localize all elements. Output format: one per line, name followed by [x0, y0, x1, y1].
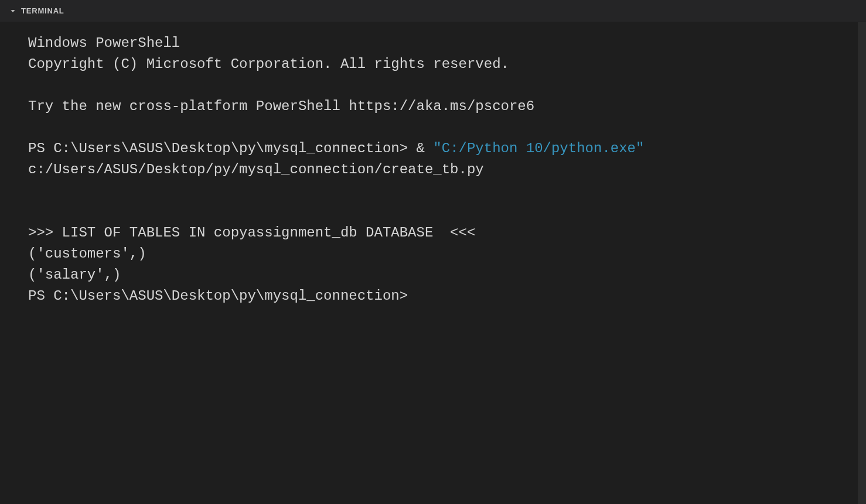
terminal-output-area[interactable]: Windows PowerShell Copyright (C) Microso…: [0, 22, 866, 504]
quoted-path: "C:/Python 10/python.exe": [433, 140, 644, 156]
blank-line: [28, 201, 866, 222]
terminal-header-line: Windows PowerShell: [28, 33, 866, 54]
terminal-prompt[interactable]: PS C:\Users\ASUS\Desktop\py\mysql_connec…: [28, 286, 866, 307]
terminal-suggestion-line: Try the new cross-platform PowerShell ht…: [28, 96, 866, 117]
chevron-down-icon[interactable]: [8, 6, 18, 16]
blank-line: [28, 180, 866, 201]
scrollbar-thumb[interactable]: [858, 22, 866, 504]
panel-title[interactable]: TERMINAL: [21, 6, 64, 15]
operator: &: [417, 140, 434, 156]
terminal-command-line: PS C:\Users\ASUS\Desktop\py\mysql_connec…: [28, 138, 866, 180]
output-row: ('salary',): [28, 265, 866, 286]
terminal-panel-header[interactable]: TERMINAL: [0, 0, 866, 22]
terminal-header-line: Copyright (C) Microsoft Corporation. All…: [28, 54, 866, 75]
output-heading: >>> LIST OF TABLES IN copyassignment_db …: [28, 222, 866, 244]
blank-line: [28, 117, 866, 138]
output-row: ('customers',): [28, 244, 866, 265]
blank-line: [28, 75, 866, 96]
scrollbar-vertical[interactable]: [858, 22, 866, 504]
prompt-prefix: PS C:\Users\ASUS\Desktop\py\mysql_connec…: [28, 140, 417, 156]
